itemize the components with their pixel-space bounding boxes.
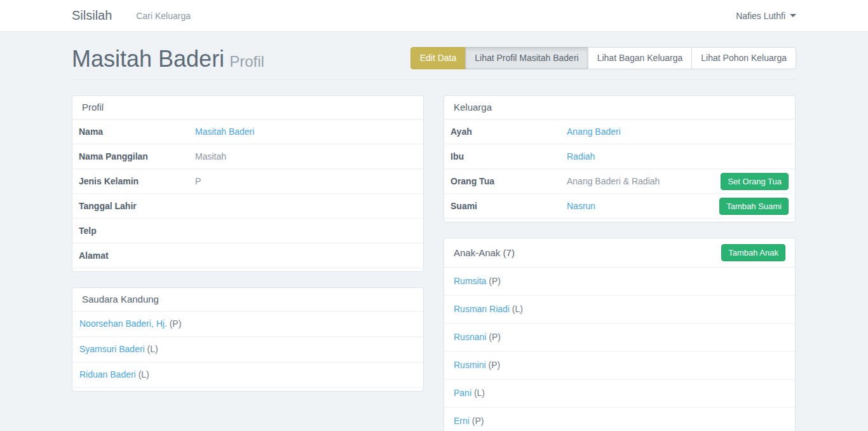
brand-link[interactable]: Silsilah [72,8,112,23]
chevron-down-icon [790,14,796,17]
field-label: Telp [79,219,195,242]
field-label: Tanggal Lahir [79,195,195,217]
table-row: Ibu Radiah [444,144,795,169]
profil-panel-title: Profil [72,96,423,120]
table-row: Suami Nasrun Tambah Suami [444,194,795,219]
child-link[interactable]: Rusman Riadi [454,304,510,314]
child-link[interactable]: Pani [454,388,471,398]
child-link[interactable]: Rusmini [454,360,486,370]
field-label: Nama [79,120,195,143]
page-subtitle: Profil [229,53,264,70]
page-header: Masitah BaderiProfil Edit Data Lihat Pro… [72,32,796,80]
profile-action-button-group: Edit Data Lihat Profil Masitah Baderi Li… [410,47,796,69]
field-label: Ayah [451,120,567,143]
person-name: Masitah Baderi [72,46,224,72]
field-label: Jenis Kelamin [79,170,195,193]
field-label: Alamat [79,244,195,267]
user-name: Nafies Luthfi [736,11,785,21]
list-item: Syamsuri Baderi (L) [72,337,423,362]
keluarga-panel: Keluarga Ayah Anang Baderi Ibu Radiah Or… [444,95,796,222]
navbar: Silsilah Cari Keluarga Nafies Luthfi [0,0,868,32]
table-row: Nama Masitah Baderi [72,120,423,144]
list-item: Rumsita (P) [444,268,795,296]
child-link[interactable]: Rumsita [454,276,486,286]
table-row: Ayah Anang Baderi [444,120,795,144]
gender-label: (L) [139,369,149,380]
nav-link-cari-keluarga[interactable]: Cari Keluarga [136,11,191,21]
father-link[interactable]: Anang Baderi [567,127,621,137]
gender-label: (P) [488,360,500,370]
field-label: Ibu [451,145,567,168]
field-value [195,200,417,212]
gender-label: (P) [489,332,501,342]
anak-anak-panel: Anak-Anak (7) Tambah Anak Rumsita (P) Ru… [444,238,796,431]
table-row: Telp [72,219,423,243]
list-item: Riduan Baderi (L) [72,362,423,388]
tambah-suami-button[interactable]: Tambah Suami [719,198,789,215]
tambah-anak-button[interactable]: Tambah Anak [721,244,785,261]
anak-anak-panel-title: Anak-Anak (7) Tambah Anak [444,238,795,268]
saudara-kandung-panel-title: Saudara Kandung [72,288,423,311]
list-item: Erni (P) [444,407,795,431]
table-row: Alamat [72,243,423,268]
lihat-profil-button[interactable]: Lihat Profil Masitah Baderi [465,47,588,69]
field-label: Suami [451,195,567,217]
gender-label: (P) [489,276,501,286]
set-orang-tua-button[interactable]: Set Orang Tua [721,173,789,190]
profil-panel: Profil Nama Masitah Baderi Nama Panggila… [72,95,424,272]
field-value: Masitah [195,145,417,168]
field-value [195,224,417,237]
gender-label: (L) [147,344,158,354]
field-label: Orang Tua [451,170,567,193]
mother-link[interactable]: Radiah [567,151,595,161]
keluarga-panel-title: Keluarga [444,96,795,120]
list-item: Noorsehan Baderi, Hj. (P) [72,311,423,337]
table-row: Nama Panggilan Masitah [72,144,423,169]
person-link[interactable]: Masitah Baderi [195,127,254,137]
lihat-pohon-keluarga-button[interactable]: Lihat Pohon Keluarga [691,47,796,69]
gender-label: (L) [474,388,485,398]
table-row: Jenis Kelamin P [72,169,423,194]
edit-data-button[interactable]: Edit Data [410,47,466,69]
field-value [195,249,417,262]
table-row: Tanggal Lahir [72,194,423,219]
gender-label: (P) [170,318,182,329]
list-item: Rusnani (P) [444,324,795,352]
page-title: Masitah BaderiProfil [72,48,264,71]
sibling-link[interactable]: Riduan Baderi [79,369,136,380]
sibling-link[interactable]: Syamsuri Baderi [79,344,145,354]
list-item: Rusmini (P) [444,352,795,380]
lihat-bagan-keluarga-button[interactable]: Lihat Bagan Keluarga [588,47,693,69]
gender-label: (L) [512,304,523,314]
gender-label: (P) [472,416,484,426]
list-item: Rusman Riadi (L) [444,296,795,324]
table-row: Orang Tua Anang Baderi & Radiah Set Oran… [444,169,795,194]
field-label: Nama Panggilan [79,145,195,168]
field-value: Anang Baderi & Radiah [567,170,721,193]
sibling-link[interactable]: Noorsehan Baderi, Hj. [79,318,167,329]
user-menu-dropdown[interactable]: Nafies Luthfi [736,11,796,21]
child-link[interactable]: Rusnani [454,332,486,342]
list-item: Pani (L) [444,380,795,407]
husband-link[interactable]: Nasrun [567,201,595,211]
saudara-kandung-panel: Saudara Kandung Noorsehan Baderi, Hj. (P… [72,287,424,392]
child-link[interactable]: Erni [454,416,470,426]
field-value: P [195,170,417,193]
